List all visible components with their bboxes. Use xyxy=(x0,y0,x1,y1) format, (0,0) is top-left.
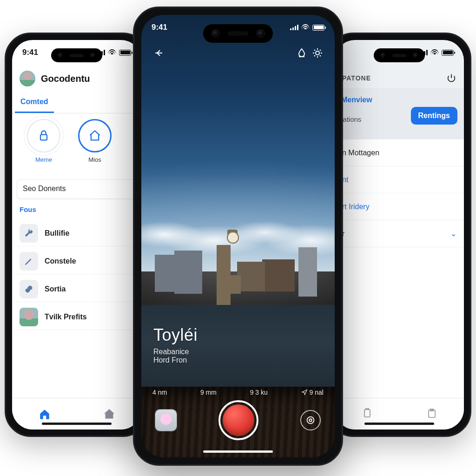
tab-secondary[interactable] xyxy=(100,405,119,423)
settings-list: n Mottagen nt rt Iridery r ⌄ xyxy=(335,139,464,398)
status-time: 9:41 xyxy=(152,23,167,32)
metric: 9 nal xyxy=(301,389,324,396)
viewfinder-overlay: Toyléi Reabanice Hord Fron xyxy=(153,325,198,364)
lock-icon xyxy=(37,129,50,142)
list-item-label: Bullifie xyxy=(45,229,69,238)
quick-actions: Meme Mios xyxy=(12,119,141,175)
list-item-label: Tvilk Prefits xyxy=(45,313,87,321)
location-sub1: Reabanice xyxy=(153,348,198,356)
tab-lations[interactable]: lations xyxy=(341,115,361,123)
list-item-label: Sortia xyxy=(45,285,66,293)
wrench-icon xyxy=(20,224,38,243)
location-arrow-icon xyxy=(301,389,308,396)
segmented-tabs: Comted xyxy=(12,92,141,113)
list-item[interactable]: Tvilk Prefits xyxy=(12,304,141,330)
tab-menview[interactable]: Menview xyxy=(341,96,372,104)
home-indicator[interactable] xyxy=(364,423,434,425)
battery-icon xyxy=(312,25,324,31)
location-sub2: Hord Fron xyxy=(153,356,198,364)
pencil-icon xyxy=(20,252,38,271)
list-item[interactable]: Sortia xyxy=(12,276,141,302)
avatar-icon xyxy=(20,308,38,326)
list-item-label: n Mottagen xyxy=(342,149,379,157)
avatar[interactable] xyxy=(20,71,35,86)
list-item-label: Constele xyxy=(45,257,76,265)
signal-icon xyxy=(290,25,298,30)
brand-bar: PATONE xyxy=(335,70,464,86)
lens-icon xyxy=(305,415,316,425)
chevron-down-icon: ⌄ xyxy=(450,229,456,238)
shutter-ring xyxy=(218,400,258,440)
tab-selected[interactable]: Comted xyxy=(15,92,54,113)
drop-button[interactable] xyxy=(294,47,310,60)
drop-icon xyxy=(296,47,307,59)
back-button[interactable] xyxy=(151,47,166,60)
camera-top-bar xyxy=(141,45,335,63)
phone-center: 9:41 Toy xyxy=(133,7,343,466)
home-indicator[interactable] xyxy=(203,450,273,453)
brand-label: PATONE xyxy=(342,74,371,82)
list-item[interactable]: n Mottagen xyxy=(335,139,464,166)
status-time: 9:41 xyxy=(22,48,38,57)
svg-rect-1 xyxy=(364,410,370,417)
shutter-button[interactable] xyxy=(223,404,254,436)
list-item[interactable]: nt xyxy=(335,166,464,193)
lens-switch-button[interactable] xyxy=(300,410,321,430)
svg-rect-0 xyxy=(40,135,47,140)
list-item[interactable]: r ⌄ xyxy=(335,220,464,247)
home-indicator[interactable] xyxy=(42,423,112,425)
metric: 9 3 ku xyxy=(250,389,268,396)
header-tabs: Menview lations Rentings xyxy=(335,88,464,139)
list-item-label: nt xyxy=(342,176,348,184)
quick-action-meme[interactable] xyxy=(27,119,60,152)
battery-icon xyxy=(119,50,131,56)
list-item[interactable]: rt Iridery xyxy=(335,193,464,220)
sparkle-icon xyxy=(312,47,323,59)
section-header: Fous xyxy=(20,205,36,213)
skyline xyxy=(141,245,335,307)
location-title: Toyléi xyxy=(153,325,198,345)
quick-action-mios[interactable] xyxy=(78,119,112,152)
camera-metrics: 4 nm 9 mm 9 3 ku 9 nal xyxy=(141,389,335,396)
metric: 4 nm xyxy=(152,389,167,396)
camera-bottom-bar xyxy=(141,399,335,442)
power-icon[interactable] xyxy=(446,73,456,83)
tab-item[interactable] xyxy=(362,408,373,421)
wifi-icon xyxy=(108,49,116,56)
arrow-left-icon xyxy=(153,47,164,59)
quick-action-label: Meme xyxy=(23,156,64,163)
quick-action-label: Mios xyxy=(74,156,115,163)
tab-item[interactable] xyxy=(426,408,437,421)
metric: 9 mm xyxy=(200,389,217,396)
home-icon xyxy=(88,129,101,142)
svg-point-5 xyxy=(309,419,312,422)
page-title: Gocodentu xyxy=(41,73,90,84)
battery-icon xyxy=(442,50,454,56)
wifi-icon xyxy=(301,24,310,31)
svg-point-4 xyxy=(307,417,314,424)
category-strip[interactable]: Seo Donents xyxy=(17,179,137,199)
wifi-icon xyxy=(430,49,439,56)
tab-home[interactable] xyxy=(35,405,54,423)
list-item-label: rt Iridery xyxy=(342,203,370,211)
link-icon xyxy=(20,280,38,298)
svg-point-3 xyxy=(316,51,319,55)
rentings-button[interactable]: Rentings xyxy=(411,107,457,125)
sparkle-button[interactable] xyxy=(310,47,325,60)
list-item[interactable]: Constele xyxy=(12,248,141,274)
phone-left: 9:41 Gocodentu Comted xyxy=(5,33,149,437)
gallery-thumbnail[interactable] xyxy=(155,410,177,431)
list-item[interactable]: Bullifie xyxy=(12,220,141,246)
phone-right: PATONE Menview lations Rentings n Mottag… xyxy=(327,33,471,437)
app-header: Gocodentu xyxy=(12,67,141,92)
